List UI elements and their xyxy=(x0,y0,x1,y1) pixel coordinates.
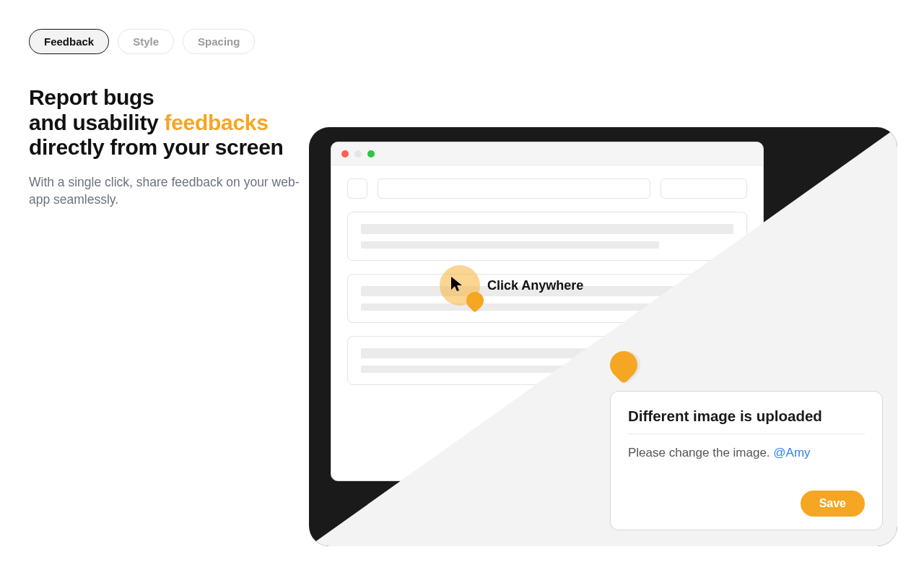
minimize-dot-icon xyxy=(354,150,362,158)
mock-short-input xyxy=(661,178,747,199)
feature-tabs: Feedback Style Spacing xyxy=(29,29,255,54)
feedback-title: Different image is uploaded xyxy=(628,407,865,434)
zoom-dot-icon xyxy=(367,150,375,158)
heading-line-1: Report bugs xyxy=(29,85,154,109)
feedback-mention[interactable]: @Amy xyxy=(773,446,810,460)
click-highlight-icon xyxy=(440,265,480,306)
feedback-body: Please change the image. @Amy xyxy=(628,434,865,485)
save-button[interactable]: Save xyxy=(801,491,865,517)
heading-area: Report bugs and usability feedbacks dire… xyxy=(29,85,303,209)
heading-accent: feedbacks xyxy=(165,111,269,134)
feedback-body-text: Please change the image. xyxy=(628,446,773,460)
click-anywhere-label: Click Anywhere xyxy=(487,278,583,293)
heading-line-3: directly from your screen xyxy=(29,135,284,159)
mock-long-input xyxy=(378,178,650,199)
tab-spacing[interactable]: Spacing xyxy=(183,29,255,54)
feedback-card: Different image is uploaded Please chang… xyxy=(610,391,883,530)
close-dot-icon xyxy=(341,150,349,158)
mock-square-input xyxy=(347,178,367,199)
window-controls xyxy=(331,142,763,165)
tab-feedback[interactable]: Feedback xyxy=(29,29,109,54)
mock-card xyxy=(347,212,747,261)
feature-illustration: Click Anywhere Different image is upload… xyxy=(309,127,897,546)
cursor-icon xyxy=(450,275,464,293)
heading-line-2-pre: and usability xyxy=(29,111,165,134)
page-subheading: With a single click, share feedback on y… xyxy=(29,173,303,209)
page-heading: Report bugs and usability feedbacks dire… xyxy=(29,85,303,160)
click-anywhere-hint: Click Anywhere xyxy=(440,265,583,306)
tab-style[interactable]: Style xyxy=(118,29,174,54)
